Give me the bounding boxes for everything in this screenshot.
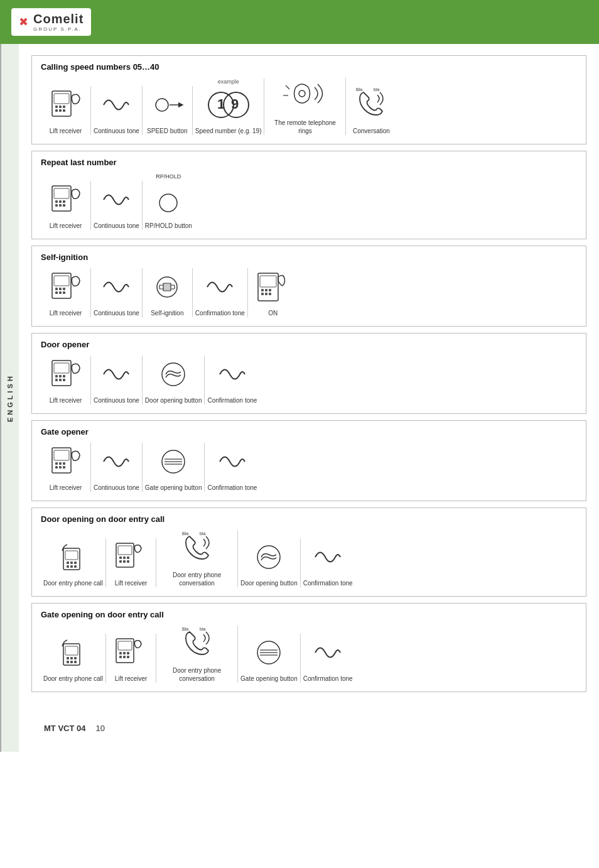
svg-rect-53 [59, 379, 62, 381]
sidebar-english: ENGLISH [0, 44, 19, 752]
confirm-go-label: Confirmation tone [207, 484, 257, 492]
lr-do-icon [47, 355, 85, 393]
svg-rect-46 [269, 293, 271, 295]
svg-rect-83 [127, 560, 129, 563]
svg-rect-38 [163, 283, 171, 291]
item-self-ignition-btn: Self-ignition [143, 268, 193, 317]
item-door-entry-call-1: Door entry phone call [41, 538, 106, 587]
lr-doc-label: Lift receiver [115, 579, 148, 587]
section-door-on-call: Door opening on door entry call [31, 507, 586, 597]
door-open-btn-label: Door opening button [145, 396, 202, 404]
section-door-on-call-title: Door opening on door entry call [41, 514, 577, 524]
conversation-icon: Bla bla [352, 86, 390, 124]
door-on-call-row: Door entry phone call [41, 530, 577, 587]
gate-opener-row: Lift receiver Continuous tone [41, 443, 577, 492]
conv-goc-icon: Bla bla [178, 626, 216, 663]
svg-rect-51 [63, 375, 65, 377]
lr-si-icon [47, 268, 85, 306]
svg-rect-50 [59, 375, 62, 377]
item-ct-do: Continuous tone [91, 355, 143, 404]
svg-rect-99 [127, 652, 129, 654]
svg-rect-31 [59, 288, 62, 290]
page-wrap: ENGLISH Calling speed numbers 05…40 [0, 44, 599, 752]
svg-rect-25 [59, 204, 62, 207]
confirm-si-icon [201, 268, 239, 306]
continuous-tone-label-1: Continuous tone [94, 127, 139, 135]
svg-rect-57 [54, 450, 69, 460]
door-open-btn-icon [154, 355, 192, 393]
svg-rect-42 [265, 289, 267, 291]
svg-rect-96 [118, 641, 132, 650]
ct-si-label: Continuous tone [94, 309, 139, 317]
self-ignition-btn-label: Self-ignition [151, 309, 183, 317]
svg-rect-3 [59, 106, 62, 108]
svg-rect-1 [54, 94, 69, 104]
svg-text:bla: bla [200, 627, 205, 631]
gate-open-goc-icon [250, 634, 288, 671]
svg-rect-73 [67, 565, 69, 568]
ct-do-label: Continuous tone [94, 396, 139, 404]
door-entry-call-icon-1 [55, 538, 92, 576]
svg-rect-32 [63, 288, 65, 290]
svg-point-27 [159, 194, 177, 212]
svg-rect-48 [54, 363, 69, 373]
svg-rect-90 [70, 657, 73, 659]
svg-rect-54 [63, 379, 65, 381]
door-entry-call-label-2: Door entry phone call [43, 675, 103, 683]
gate-open-btn-label: Gate opening button [145, 484, 202, 492]
svg-point-55 [162, 363, 185, 386]
svg-rect-34 [59, 291, 62, 294]
item-lr-si: Lift receiver [41, 268, 91, 317]
item-on-si: ON [248, 268, 298, 317]
phone-rings-label: The remote telephone rings [267, 119, 343, 135]
confirm-doc-icon [309, 538, 347, 576]
svg-rect-69 [65, 551, 78, 560]
item-speed-button: SPEED button [143, 86, 193, 135]
gate-open-btn-icon [154, 443, 192, 480]
ct-go-label: Continuous tone [94, 484, 139, 492]
svg-rect-6 [59, 109, 62, 112]
svg-point-86 [257, 546, 280, 568]
svg-rect-98 [123, 652, 126, 654]
item-phone-rings: The remote telephone rings [264, 78, 346, 135]
svg-rect-93 [70, 661, 73, 663]
logo: ✖ Comelit GROUP S.P.A. [11, 8, 91, 36]
footer: MT VCT 04 10 [31, 717, 586, 739]
svg-rect-59 [59, 462, 62, 465]
gate-on-call-row: Door entry phone call [41, 626, 577, 683]
svg-rect-91 [74, 657, 77, 659]
svg-rect-29 [54, 276, 69, 286]
speed-number-icon: 1 9 [203, 86, 254, 124]
speed-button-icon [148, 86, 186, 124]
svg-rect-72 [74, 561, 77, 564]
svg-text:1: 1 [217, 96, 225, 112]
svg-rect-23 [63, 200, 65, 203]
lr-go-icon [47, 443, 85, 480]
lift-receiver-icon [47, 86, 85, 124]
svg-rect-79 [123, 556, 126, 559]
door-entry-call-label-1: Door entry phone call [43, 579, 103, 587]
section-repeat-last: Repeat last number [31, 151, 586, 239]
footer-product: MT VCT 04 [44, 724, 85, 733]
footer-page: 10 [95, 724, 104, 733]
svg-point-8 [156, 99, 168, 111]
svg-rect-102 [127, 656, 129, 658]
svg-rect-41 [261, 289, 264, 291]
on-si-icon [254, 268, 292, 306]
svg-rect-89 [67, 657, 69, 659]
item-lift-receiver: Lift receiver [41, 86, 91, 135]
phone-rings-icon [277, 78, 333, 116]
lr-goc-label: Lift receiver [115, 675, 148, 683]
logo-text: Comelit [33, 12, 84, 26]
door-open-doc-icon [250, 538, 288, 576]
section-gate-on-call: Gate opening on door entry call [31, 603, 586, 692]
svg-rect-62 [59, 466, 62, 469]
svg-rect-74 [70, 565, 73, 568]
svg-line-15 [286, 85, 289, 89]
calling-speed-row: Lift receiver Continuous tone [41, 78, 577, 135]
lr-doc-icon [112, 538, 150, 576]
self-ignition-btn-icon [148, 268, 186, 306]
item-lr-goc: Lift receiver [106, 634, 156, 683]
self-ignition-row: Lift receiver Continuous tone [41, 268, 577, 317]
svg-rect-58 [55, 462, 58, 465]
